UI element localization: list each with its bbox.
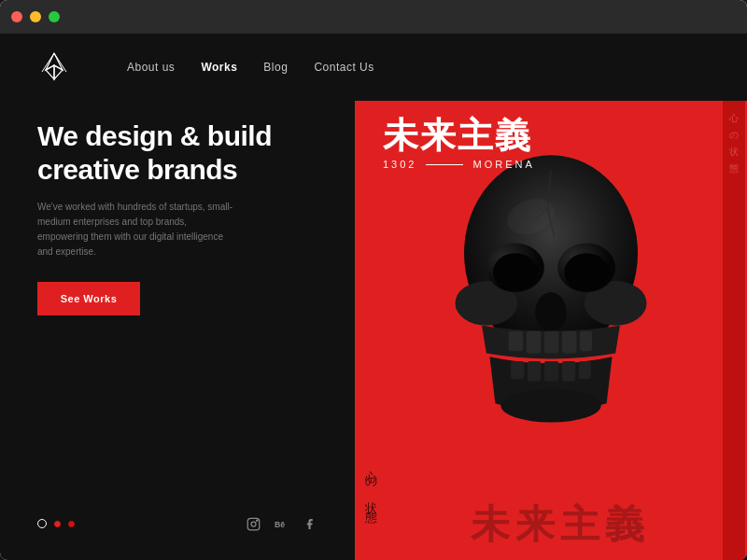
subtitle-line (426, 164, 463, 165)
dots-nav (37, 519, 75, 528)
svg-rect-20 (562, 331, 577, 354)
svg-rect-17 (509, 331, 524, 351)
jp-char-4: 態 (729, 161, 739, 177)
facebook-icon[interactable] (301, 515, 317, 532)
hero-text: We design & build creative brands We've … (37, 119, 317, 259)
site-content: About us Works Blog Contact Us We design… (0, 34, 747, 560)
subtitle-name: MORENA (472, 159, 534, 170)
jp-char-2: の (729, 127, 739, 144)
svg-point-16 (564, 253, 609, 291)
japanese-title: 未来主義 (383, 112, 532, 160)
logo-icon (37, 50, 71, 84)
social-icons: Bē (245, 515, 317, 532)
hero-description: We've worked with hundreds of startups, … (37, 200, 233, 259)
browser-window: About us Works Blog Contact Us We design… (0, 0, 747, 560)
close-dot[interactable] (11, 11, 22, 22)
nav-blog[interactable]: Blog (263, 61, 288, 74)
nav-dot-3[interactable] (68, 521, 75, 527)
svg-rect-18 (527, 331, 542, 354)
right-panel: 未来主義 1302 MORENA 心 の 状 態 心 の (355, 101, 747, 560)
behance-icon[interactable]: Bē (273, 515, 289, 532)
nav-dot-2[interactable] (54, 521, 61, 527)
nav-contact[interactable]: Contact Us (314, 61, 374, 74)
maximize-dot[interactable] (49, 11, 60, 22)
instagram-icon[interactable] (245, 515, 261, 532)
jp-left-char-4: 態 (364, 501, 378, 504)
svg-rect-24 (544, 361, 559, 381)
side-text-right: 心 の 状 態 (723, 101, 745, 560)
bottom-bar: Bē (37, 515, 317, 532)
hero-heading: We design & build creative brands (37, 119, 317, 187)
svg-rect-25 (562, 361, 575, 381)
skull-image (439, 147, 663, 437)
navbar: About us Works Blog Contact Us (0, 34, 747, 101)
subtitle-row: 1302 MORENA (383, 159, 535, 170)
jp-left-char-2: の (364, 469, 378, 486)
jp-left-char-3: 状 (364, 492, 378, 495)
nav-about[interactable]: About us (127, 61, 175, 74)
svg-point-15 (493, 253, 538, 291)
svg-point-6 (251, 522, 256, 526)
main-section: We design & build creative brands We've … (0, 101, 747, 560)
jp-char-1: 心 (729, 110, 739, 127)
nav-links: About us Works Blog Contact Us (127, 61, 374, 74)
nav-dot-1[interactable] (37, 519, 47, 528)
svg-point-27 (500, 389, 600, 423)
svg-rect-22 (511, 361, 524, 379)
logo (37, 50, 71, 84)
svg-rect-21 (580, 331, 592, 351)
nav-works[interactable]: Works (201, 61, 237, 74)
svg-text:Bē: Bē (275, 519, 285, 528)
browser-bar (0, 0, 747, 34)
see-works-button[interactable]: See Works (37, 282, 140, 315)
svg-rect-26 (579, 361, 591, 379)
subtitle-code: 1302 (383, 159, 416, 170)
svg-rect-23 (528, 361, 541, 381)
svg-rect-19 (544, 331, 559, 354)
svg-point-7 (256, 520, 257, 521)
left-panel: We design & build creative brands We've … (0, 101, 355, 560)
japanese-watermark: 未来主義 (374, 498, 747, 551)
jp-left-char-1: 心 (364, 460, 378, 463)
jp-char-3: 状 (729, 144, 739, 161)
jp-left-text: 心 の 状 態 (362, 460, 379, 504)
minimize-dot[interactable] (30, 11, 41, 22)
svg-point-12 (535, 292, 566, 332)
